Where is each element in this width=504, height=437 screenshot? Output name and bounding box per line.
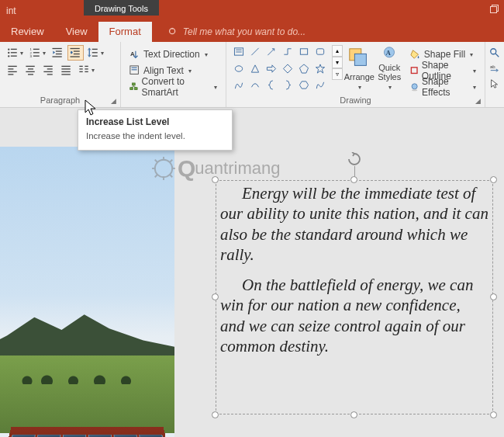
- resize-handle-tl[interactable]: [212, 176, 219, 183]
- tab-review[interactable]: Review: [0, 22, 55, 42]
- svg-rect-38: [47, 74, 53, 75]
- align-left-button[interactable]: [5, 62, 21, 78]
- drawing-dialog-launcher-icon[interactable]: ◢: [474, 97, 482, 105]
- shape-effects-button[interactable]: Shape Effects: [406, 79, 480, 95]
- align-center-button[interactable]: [22, 62, 39, 78]
- svg-rect-13: [33, 52, 40, 53]
- shape-curve-icon[interactable]: [248, 79, 261, 91]
- svg-rect-16: [53, 48, 62, 49]
- shape-rarrow-icon[interactable]: [264, 63, 278, 75]
- svg-rect-46: [85, 66, 88, 67]
- svg-rect-9: [11, 56, 17, 57]
- shape-freeform-icon[interactable]: [232, 79, 245, 91]
- text-box[interactable]: Energy will be the immediate test of our…: [216, 180, 493, 414]
- columns-button[interactable]: [76, 62, 97, 78]
- app-name-suffix: int: [0, 5, 16, 16]
- svg-rect-5: [11, 49, 17, 50]
- shape-roundrect-icon[interactable]: [313, 46, 326, 57]
- svg-line-59: [251, 48, 258, 55]
- svg-point-70: [412, 89, 417, 91]
- svg-point-2: [169, 29, 174, 34]
- svg-rect-31: [26, 66, 34, 67]
- shape-arrow-icon[interactable]: [264, 46, 278, 57]
- replace-button-partial[interactable]: ab: [487, 61, 502, 76]
- align-text-icon: [129, 65, 140, 76]
- shape-hexagon-icon[interactable]: [297, 79, 310, 91]
- bullets-button[interactable]: [5, 45, 26, 61]
- tab-view[interactable]: View: [55, 22, 98, 42]
- text-box-content[interactable]: Energy will be the immediate test of our…: [220, 183, 488, 411]
- decrease-indent-button[interactable]: [50, 45, 66, 61]
- shape-rbrace-icon[interactable]: [281, 79, 294, 91]
- resize-handle-mt[interactable]: [350, 176, 357, 183]
- paragraph-2[interactable]: On the battlefield of energy, we can win…: [220, 275, 488, 357]
- rotate-handle-icon[interactable]: [347, 152, 361, 166]
- restore-window-icon[interactable]: [490, 5, 499, 16]
- shape-scribble-icon[interactable]: [313, 79, 326, 91]
- tell-me-search[interactable]: Tell me what you want to do...: [167, 26, 306, 42]
- resize-handle-br[interactable]: [490, 411, 497, 418]
- resize-handle-mb[interactable]: [350, 411, 357, 418]
- smartart-icon: [129, 82, 139, 92]
- justify-button[interactable]: [58, 62, 74, 78]
- svg-rect-40: [61, 68, 70, 69]
- shapes-gallery[interactable]: [231, 45, 330, 95]
- shape-pentagon-icon[interactable]: [297, 63, 310, 75]
- svg-rect-44: [79, 68, 82, 69]
- align-right-button[interactable]: [40, 62, 57, 78]
- select-button-partial[interactable]: [487, 76, 502, 92]
- paragraph-dialog-launcher-icon[interactable]: ◢: [109, 97, 117, 105]
- shape-rect-icon[interactable]: [297, 46, 310, 57]
- paragraph-1[interactable]: Energy will be the immediate test of our…: [220, 183, 488, 265]
- svg-point-6: [8, 52, 9, 54]
- svg-rect-15: [33, 56, 40, 57]
- line-spacing-button[interactable]: [85, 45, 106, 61]
- shape-lbrace-icon[interactable]: [264, 79, 278, 91]
- quick-styles-button[interactable]: A Quick Styles: [376, 45, 403, 92]
- ribbon: 123 Paragraph ◢ A Text Direction Align: [0, 42, 504, 108]
- gallery-scroll-down-icon[interactable]: ▾: [332, 57, 343, 68]
- tooltip-title: Increase List Level: [86, 116, 224, 127]
- contextual-tab-drawing-tools[interactable]: Drawing Tools: [84, 0, 159, 16]
- shape-outline-icon: [410, 65, 419, 76]
- quick-styles-icon: A: [378, 46, 401, 61]
- arrange-button[interactable]: Arrange: [343, 45, 376, 92]
- shape-triangle-icon[interactable]: [248, 63, 261, 75]
- svg-rect-34: [28, 74, 33, 75]
- resize-handle-tr[interactable]: [490, 176, 497, 183]
- tab-format[interactable]: Format: [98, 22, 152, 42]
- svg-rect-7: [11, 52, 17, 53]
- convert-smartart-button[interactable]: Convert to SmartArt: [126, 79, 221, 95]
- shape-elbow-icon[interactable]: [281, 46, 294, 57]
- svg-text:3: 3: [30, 54, 33, 58]
- resize-handle-mr[interactable]: [490, 293, 497, 300]
- text-direction-button[interactable]: A Text Direction: [126, 47, 221, 62]
- gallery-scroll-up-icon[interactable]: ▴: [332, 45, 343, 57]
- group-paragraph: 123 Paragraph ◢: [0, 42, 121, 107]
- shape-textbox-icon[interactable]: [232, 46, 245, 57]
- svg-rect-24: [92, 49, 98, 50]
- gallery-more-icon[interactable]: ▿: [332, 68, 343, 80]
- group-label-drawing: Drawing ◢: [231, 95, 480, 106]
- resize-handle-bl[interactable]: [212, 411, 219, 418]
- group-editing-partial: ab: [485, 42, 504, 107]
- svg-rect-35: [43, 66, 52, 67]
- svg-rect-32: [28, 68, 33, 69]
- numbering-button[interactable]: 123: [27, 45, 48, 61]
- shape-oval-icon[interactable]: [232, 63, 245, 75]
- increase-indent-button[interactable]: [67, 45, 84, 61]
- slide-image[interactable]: [0, 147, 174, 437]
- svg-rect-42: [61, 74, 70, 75]
- svg-rect-22: [74, 54, 80, 54]
- shape-star-icon[interactable]: [313, 63, 326, 75]
- shape-diamond-icon[interactable]: [281, 63, 294, 75]
- resize-handle-ml[interactable]: [212, 293, 219, 300]
- find-button-partial[interactable]: [487, 45, 502, 61]
- shape-line-icon[interactable]: [248, 46, 261, 57]
- svg-point-8: [8, 55, 9, 57]
- svg-rect-19: [53, 56, 62, 57]
- svg-line-60: [268, 49, 274, 55]
- svg-rect-36: [47, 68, 53, 69]
- svg-rect-27: [8, 66, 16, 67]
- svg-text:A: A: [386, 50, 391, 57]
